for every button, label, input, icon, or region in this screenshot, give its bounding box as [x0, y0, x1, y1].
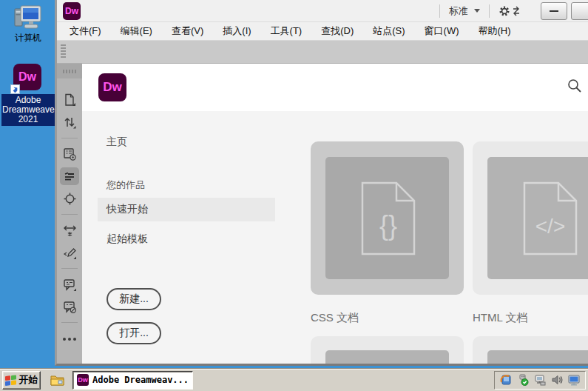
minimize-icon	[550, 10, 558, 12]
start-screen-nav: 主页 您的作品 快速开始 起始模板 新建... 打开...	[82, 111, 275, 364]
usb-safely-remove-icon[interactable]	[517, 374, 529, 386]
nav-item-starter-templates[interactable]: 起始模板	[98, 232, 275, 247]
desktop-icon-computer[interactable]: 计算机	[0, 4, 56, 43]
desktop-icon-dreamweaver[interactable]: Dw Adobe Dreamweaver 2021	[0, 64, 56, 126]
display-icon[interactable]	[568, 374, 580, 386]
start-button[interactable]: 开始	[2, 371, 41, 390]
minimize-button[interactable]	[541, 2, 567, 20]
menu-tools[interactable]: 工具(T)	[261, 22, 312, 40]
desktop-icon-label: 计算机	[0, 33, 56, 43]
dreamweaver-logo: Dw	[98, 73, 126, 101]
dreamweaver-window: Dw 标准 文	[55, 0, 588, 366]
search-icon[interactable]	[567, 78, 583, 97]
volume-icon[interactable]	[551, 374, 563, 386]
menu-view[interactable]: 查看(V)	[162, 22, 213, 40]
card-label-css: CSS 文档	[311, 311, 464, 325]
menu-insert[interactable]: 插入(I)	[213, 22, 260, 40]
format-outline-icon[interactable]	[60, 167, 79, 185]
toolbar-divider	[61, 138, 78, 138]
svg-text:</>: </>	[535, 215, 564, 238]
toolbar-grip-icon[interactable]	[57, 64, 82, 78]
menu-help[interactable]: 帮助(H)	[469, 22, 521, 40]
titlebar-separator	[489, 4, 490, 18]
comment-disabled-icon[interactable]	[60, 298, 79, 315]
nav-item-home[interactable]: 主页	[98, 136, 275, 149]
desktop: 计算机 Dw Adobe Dreamweaver 2021 Dw 标准	[0, 0, 588, 391]
live-preview-icon[interactable]	[60, 145, 79, 163]
new-button[interactable]: 新建...	[107, 288, 161, 310]
menu-edit[interactable]: 编辑(E)	[111, 22, 162, 40]
start-screen: Dw 主页 您的作品 快速开始 起始模板 新建...	[82, 64, 588, 364]
workspace-switcher[interactable]: 标准	[449, 4, 480, 18]
quick-start-cards: {} </>	[275, 111, 588, 364]
network-icon[interactable]	[534, 374, 546, 386]
toolbar-divider	[61, 268, 78, 269]
comment-icon[interactable]	[60, 275, 79, 293]
html-tags-file-icon: </>	[520, 181, 579, 255]
menu-window[interactable]: 窗口(W)	[415, 22, 469, 40]
shortcut-arrow-icon	[10, 84, 20, 94]
menu-find[interactable]: 查找(D)	[311, 22, 363, 40]
quick-launch-folder-icon[interactable]	[50, 374, 65, 387]
taskbar: 开始 Dw Adobe Dreamweav...	[0, 368, 588, 391]
toolbar-divider	[61, 214, 78, 215]
start-button-label: 开始	[19, 373, 38, 387]
get-put-arrows-icon[interactable]	[60, 113, 79, 131]
target-icon[interactable]	[60, 190, 79, 207]
more-ellipsis-icon[interactable]	[63, 338, 76, 341]
nav-item-quick-start[interactable]: 快速开始	[98, 198, 275, 221]
svg-text:{}: {}	[379, 210, 396, 241]
card-html-document[interactable]: </>	[473, 141, 588, 295]
workspace-caret-icon	[474, 9, 480, 13]
new-file-icon[interactable]	[60, 91, 79, 109]
gear-sync-icon[interactable]	[499, 4, 520, 17]
document-toolbar	[57, 64, 82, 364]
menu-site[interactable]: 站点(S)	[363, 22, 414, 40]
windows-logo-icon	[5, 375, 17, 386]
desktop-icon-label-selected: Adobe Dreamweaver 2021	[1, 94, 55, 126]
dreamweaver-task-icon: Dw	[77, 374, 89, 386]
titlebar: Dw 标准	[57, 0, 588, 22]
menu-file[interactable]: 文件(F)	[60, 22, 111, 40]
computer-icon	[0, 4, 56, 31]
titlebar-separator	[439, 4, 440, 18]
open-button[interactable]: 打开...	[107, 322, 161, 344]
css-braces-file-icon: {}	[358, 181, 417, 255]
standard-toolbar	[57, 41, 588, 64]
resize-constrain-icon[interactable]	[60, 221, 79, 239]
toolbar-divider	[61, 322, 78, 323]
task-label: Adobe Dreamweav...	[92, 375, 189, 385]
workspace-label: 标准	[449, 4, 468, 18]
maximize-button[interactable]	[571, 2, 588, 20]
action-center-icon[interactable]	[500, 374, 512, 386]
card-css-document[interactable]: {}	[311, 141, 464, 295]
card-label-html: HTML 文档	[473, 311, 588, 325]
card-partial[interactable]	[473, 336, 588, 364]
start-screen-header: Dw	[82, 64, 588, 111]
card-partial[interactable]	[311, 336, 464, 364]
nav-item-your-work[interactable]: 您的作品	[98, 178, 275, 192]
edit-code-icon[interactable]	[60, 244, 79, 261]
dreamweaver-app-icon: Dw	[63, 2, 81, 20]
toolbar-grip-icon[interactable]	[61, 44, 66, 59]
taskbar-task-dreamweaver[interactable]: Dw Adobe Dreamweav...	[72, 371, 193, 390]
system-tray	[494, 371, 586, 390]
menubar: 文件(F) 编辑(E) 查看(V) 插入(I) 工具(T) 查找(D) 站点(S…	[57, 22, 588, 41]
